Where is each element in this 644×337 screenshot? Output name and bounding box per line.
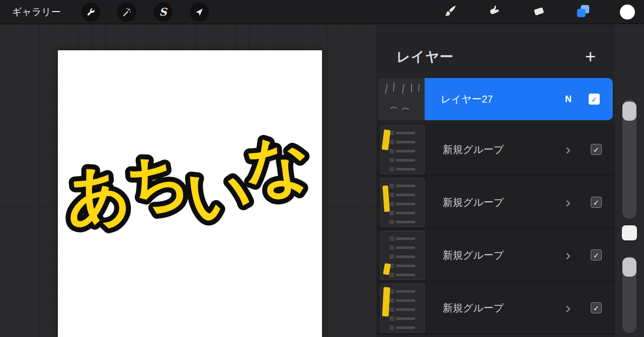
opacity-handle[interactable] xyxy=(622,258,636,277)
lettering-artwork: あちいな xyxy=(58,121,322,272)
group-name: 新規グループ xyxy=(443,143,566,156)
group-visibility-checkbox[interactable]: ✓ xyxy=(591,302,602,313)
letter-chi: ち xyxy=(123,142,194,221)
thumb-accent xyxy=(382,185,390,212)
layer-group-list: 新規グループ › ✓ 新規グループ › ✓ 新規グループ › xyxy=(376,123,615,334)
layers-panel: レイヤー + レイヤー27 N ✓ 新規グループ › ✓ xyxy=(376,24,615,337)
layers-panel-title: レイヤー xyxy=(396,48,454,66)
group-thumbnail[interactable] xyxy=(380,284,425,332)
group-visibility-checkbox[interactable]: ✓ xyxy=(591,197,602,208)
chevron-right-icon[interactable]: › xyxy=(566,195,571,210)
opacity-slider[interactable] xyxy=(622,257,636,333)
group-row-2[interactable]: 新規グループ › ✓ xyxy=(376,176,615,229)
group-thumbnail[interactable] xyxy=(380,178,425,227)
group-name: 新規グループ xyxy=(443,196,566,209)
group-row-1[interactable]: 新規グループ › ✓ xyxy=(376,123,615,176)
gallery-button[interactable]: ギャラリー xyxy=(12,6,61,19)
chevron-right-icon[interactable]: › xyxy=(566,247,571,263)
group-row-4[interactable]: 新規グループ › ✓ xyxy=(376,282,615,334)
svg-text:あちいな: あちいな xyxy=(62,125,316,243)
color-swatch xyxy=(620,5,635,20)
smudge-button[interactable] xyxy=(486,4,503,21)
group-thumbnail[interactable] xyxy=(380,231,425,280)
canvas[interactable]: あちいな xyxy=(58,50,322,337)
layer-visibility-checkbox[interactable]: ✓ xyxy=(589,94,600,105)
sidebar xyxy=(615,24,644,337)
top-toolbar: ギャラリー S xyxy=(0,0,644,24)
chevron-right-icon[interactable]: › xyxy=(566,300,571,315)
group-thumbnail[interactable] xyxy=(380,125,425,174)
letter-na: な xyxy=(243,125,313,205)
layers-icon xyxy=(576,4,591,20)
layers-button[interactable] xyxy=(575,4,592,21)
group-name: 新規グループ xyxy=(443,248,566,262)
toolbar-right-group xyxy=(442,4,644,21)
group-row-3[interactable]: 新規グループ › ✓ xyxy=(376,229,615,282)
selection-button[interactable]: S xyxy=(153,3,173,22)
group-visibility-checkbox[interactable]: ✓ xyxy=(591,144,602,155)
thumb-accent xyxy=(382,287,390,316)
transform-arrow-icon xyxy=(194,7,204,17)
adjustments-button[interactable] xyxy=(117,3,136,22)
wrench-icon xyxy=(86,7,96,17)
color-button[interactable] xyxy=(619,4,636,21)
brush-size-slider[interactable] xyxy=(622,100,636,219)
actions-button[interactable] xyxy=(81,3,100,22)
magic-wand-icon xyxy=(122,7,132,17)
chevron-right-icon[interactable]: › xyxy=(566,142,571,157)
toolbar-left-group: ギャラリー S xyxy=(0,3,209,22)
procreate-app: ギャラリー S xyxy=(0,0,644,337)
letter-i: い xyxy=(184,153,255,233)
letter-a: あ xyxy=(63,155,134,234)
sketch-preview xyxy=(378,78,425,120)
smudge-finger-icon xyxy=(488,4,502,20)
layer-row-selected[interactable]: レイヤー27 N ✓ xyxy=(378,78,613,120)
transform-button[interactable] xyxy=(190,3,209,22)
group-visibility-checkbox[interactable]: ✓ xyxy=(591,249,602,261)
thumb-accent xyxy=(382,129,391,150)
eraser-button[interactable] xyxy=(530,4,547,21)
brush-icon xyxy=(443,4,457,20)
modify-button[interactable] xyxy=(622,225,637,240)
layers-panel-header: レイヤー + xyxy=(376,24,615,76)
eraser-icon xyxy=(532,4,546,20)
layer-thumbnail[interactable] xyxy=(378,78,425,120)
brush-button[interactable] xyxy=(442,4,459,21)
brush-size-handle[interactable] xyxy=(622,102,636,121)
selection-s-icon: S xyxy=(159,7,167,17)
layer-name: レイヤー27 xyxy=(441,93,565,106)
add-layer-button[interactable]: + xyxy=(583,48,598,66)
group-name: 新規グループ xyxy=(443,301,566,315)
blend-mode-button[interactable]: N xyxy=(565,94,572,105)
